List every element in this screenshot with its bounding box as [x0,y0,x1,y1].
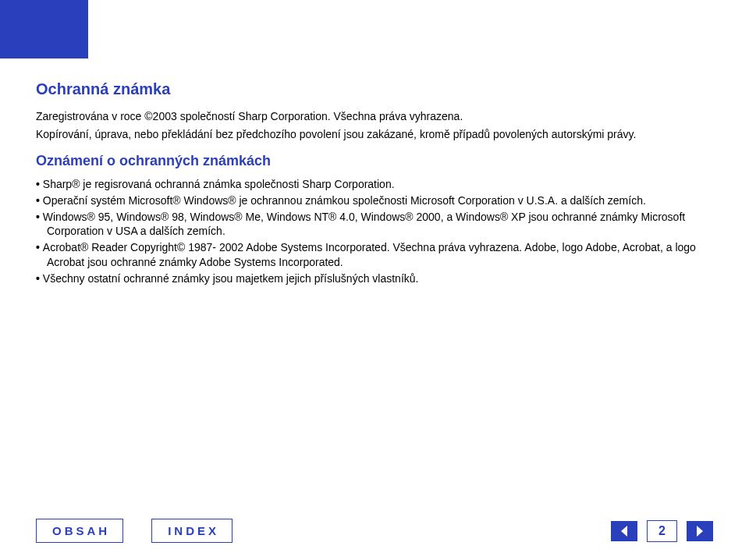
decorative-header-block [0,0,88,58]
notice-list: Sharp® je regisrovaná ochranná známka sp… [36,177,713,286]
document-body: Ochranná známka Zaregistrována v roce ©2… [36,80,713,288]
chevron-left-icon [619,525,630,537]
svg-marker-1 [697,526,703,537]
notice-item: Sharp® je regisrovaná ochranná známka sp… [36,177,713,192]
chevron-right-icon [694,525,705,537]
prev-page-button[interactable] [611,521,637,541]
trademark-registered-text: Zaregistrována v roce ©2003 společností … [36,109,713,124]
footer-nav: OBSAH INDEX 2 [0,519,749,543]
page-number: 2 [647,520,677,542]
notice-heading: Oznámení o ochranných známkách [36,153,713,169]
index-button[interactable]: INDEX [151,519,233,543]
notice-item: Windows® 95, Windows® 98, Windows® Me, W… [36,210,713,239]
svg-marker-0 [621,526,627,537]
trademark-copying-text: Kopírování, úprava, nebo překládání bez … [36,127,713,142]
notice-item: Acrobat® Reader Copyright© 1987- 2002 Ad… [36,240,713,270]
notice-item: Všechny ostatní ochranné známky jsou maj… [36,271,713,286]
notice-item: Operační systém Microsoft® Windows® je o… [36,193,713,208]
trademark-heading: Ochranná známka [36,80,713,98]
next-page-button[interactable] [687,521,713,541]
contents-button[interactable]: OBSAH [36,519,123,543]
